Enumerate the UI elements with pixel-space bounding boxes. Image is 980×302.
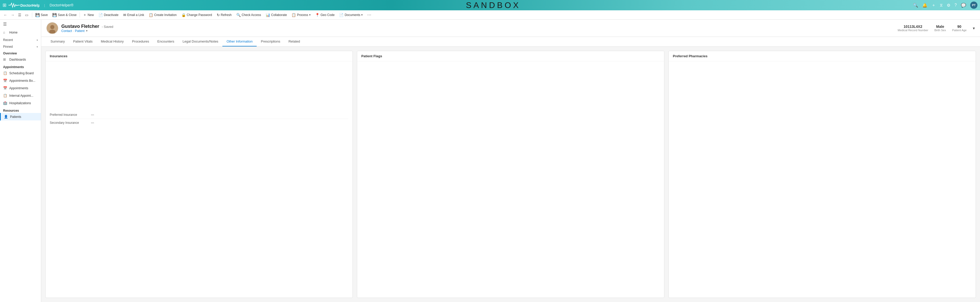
- geocode-button[interactable]: 📍 Geo Code: [313, 12, 337, 18]
- email-link-button[interactable]: ✉ Email a Link: [121, 12, 146, 18]
- patient-flags-card-title: Patient Flags: [357, 51, 664, 61]
- refresh-button[interactable]: ↻ Refresh: [215, 12, 234, 18]
- sidebar-item-hospitalizations[interactable]: 🏥 Hospitalizations: [0, 99, 41, 107]
- sidebar-item-scheduling-board[interactable]: 📋 Scheduling Board: [0, 69, 41, 77]
- secondary-insurance-label: Secondary Insurance: [50, 121, 91, 125]
- tab-prescriptions[interactable]: Prescriptions: [257, 37, 284, 46]
- tab-related[interactable]: Related: [284, 37, 304, 46]
- patient-type-chevron-icon[interactable]: ▾: [86, 29, 88, 32]
- bell-icon[interactable]: 🔔: [922, 3, 928, 8]
- patient-details: Gustavo Fletcher - Saved Contact · Patie…: [61, 24, 113, 33]
- create-invitation-button[interactable]: 📋 Create Invitation: [146, 12, 178, 18]
- plus-icon[interactable]: ＋: [932, 3, 935, 8]
- tab-patient-vitals[interactable]: Patient Vitals: [69, 37, 97, 46]
- sidebar-item-appointments[interactable]: 📅 Appointments: [0, 84, 41, 92]
- patient-age-label: Patient Age: [952, 29, 967, 32]
- sidebar-item-dashboards[interactable]: ⊞ Dashboards: [0, 56, 41, 63]
- appointments-icon: 📅: [3, 86, 7, 90]
- secondary-insurance-value: ---: [91, 121, 94, 125]
- appointments-board-icon: 📅: [3, 79, 7, 83]
- geocode-icon: 📍: [315, 13, 320, 17]
- preferred-insurance-row: Preferred Insurance ---: [50, 111, 348, 119]
- patient-header: Gustavo Fletcher - Saved Contact · Patie…: [41, 19, 980, 37]
- new-button[interactable]: ＋ New: [81, 11, 96, 18]
- patient-type-row: Contact · Patient ▾: [61, 29, 113, 33]
- sidebar-item-appointments-board[interactable]: 📅 Appointments Bo...: [0, 77, 41, 84]
- tab-legal-documents[interactable]: Legal Documents/Notes: [178, 37, 223, 46]
- birth-sex-label: Birth Sex: [934, 29, 946, 32]
- appointments-category: Appointments: [0, 63, 41, 69]
- tab-procedures[interactable]: Procedures: [128, 37, 153, 46]
- scheduling-icon: 📋: [3, 71, 7, 75]
- tab-encounters[interactable]: Encounters: [153, 37, 178, 46]
- logo-waveform: DoctorHelper®: [8, 2, 40, 9]
- patient-expand-icon[interactable]: ▾: [973, 26, 975, 31]
- secondary-insurance-row: Secondary Insurance ---: [50, 119, 348, 127]
- medical-record-item: 10113L4X2 Medical Record Number: [897, 24, 928, 32]
- settings-icon[interactable]: ⚙: [947, 3, 950, 8]
- process-button[interactable]: 📋 Process ▾: [290, 12, 312, 18]
- toolbar-sep-1: [32, 13, 32, 18]
- change-password-button[interactable]: 🔒 Change Password: [179, 12, 214, 18]
- chat-icon[interactable]: 💬: [961, 3, 966, 8]
- contact-link[interactable]: Contact: [61, 29, 72, 33]
- collaborate-button[interactable]: 📊 Collaborate: [264, 12, 289, 18]
- patient-info-right: 10113L4X2 Medical Record Number Male Bir…: [897, 24, 975, 32]
- sidebar-item-internal-appointments[interactable]: 📋 Internal Appoint...: [0, 92, 41, 99]
- more-button[interactable]: ⋯: [365, 11, 373, 18]
- save-close-button[interactable]: 💾 Save & Close: [50, 12, 79, 18]
- deactivate-button[interactable]: 📄 Deactivate: [96, 12, 121, 18]
- search-icon[interactable]: 🔍: [913, 3, 918, 8]
- insurances-card: Insurances Preferred Insurance --- Secon…: [45, 51, 353, 298]
- patient-type-link[interactable]: Patient: [75, 29, 84, 33]
- split-button[interactable]: ▭: [24, 12, 30, 18]
- save-button[interactable]: 💾 Save: [33, 12, 50, 18]
- forward-button[interactable]: →: [9, 12, 16, 18]
- preferred-pharmacies-card: Preferred Pharmacies: [668, 51, 976, 298]
- documents-button[interactable]: 📄 Documents ▾: [337, 12, 364, 18]
- toolbar: ← → ☰ ▭ 💾 Save 💾 Save & Close ＋ New 📄 De…: [0, 10, 980, 19]
- patient-name-row: Gustavo Fletcher - Saved: [61, 24, 113, 29]
- collaborate-icon: 📊: [266, 13, 270, 17]
- pinned-chevron-icon: ▾: [37, 45, 38, 48]
- app-name-label: DoctorHelper®: [49, 3, 73, 7]
- home-icon: ⌂: [3, 30, 7, 34]
- tabs-bar: Summary Patient Vitals Medical History P…: [41, 37, 980, 47]
- sidebar-toggle-button[interactable]: ☰: [0, 19, 41, 29]
- documents-chevron-icon: ▾: [361, 13, 363, 16]
- top-header: ⊞ DoctorHelper® | DoctorHelper® SANDBOX …: [0, 0, 980, 10]
- deactivate-icon: 📄: [99, 13, 103, 17]
- insurances-card-title: Insurances: [46, 51, 353, 61]
- tab-medical-history[interactable]: Medical History: [97, 37, 128, 46]
- filter-icon[interactable]: ⧖: [940, 3, 943, 8]
- user-avatar[interactable]: PT: [970, 2, 977, 9]
- overview-category: Overview: [0, 50, 41, 56]
- dashboards-icon: ⊞: [3, 58, 7, 61]
- patient-flags-card: Patient Flags: [357, 51, 664, 298]
- medical-record-label: Medical Record Number: [897, 29, 928, 32]
- sidebar-recent-header[interactable]: Recent ▾: [0, 36, 41, 43]
- sidebar-item-patients[interactable]: 👤 Patients: [0, 113, 41, 120]
- internal-appointments-icon: 📋: [3, 94, 7, 97]
- sidebar-pinned-header[interactable]: Pinned ▾: [0, 43, 41, 50]
- medical-record-number: 10113L4X2: [897, 24, 928, 29]
- tab-other-information[interactable]: Other Information: [223, 37, 257, 46]
- email-icon: ✉: [123, 13, 126, 17]
- preferred-insurance-value: ---: [91, 113, 94, 117]
- sidebar-item-home[interactable]: ⌂ Home: [0, 29, 41, 36]
- birth-sex-value: Male: [934, 24, 946, 29]
- back-button[interactable]: ←: [2, 12, 9, 18]
- refresh-icon: ↻: [217, 13, 220, 17]
- info-button[interactable]: ☰: [16, 12, 23, 18]
- insurances-empty-area: [50, 64, 348, 111]
- patient-name: Gustavo Fletcher: [61, 24, 99, 29]
- tab-summary[interactable]: Summary: [46, 37, 69, 46]
- patient-saved-status: - Saved: [102, 25, 113, 29]
- grid-menu-icon[interactable]: ⊞: [3, 2, 6, 8]
- check-access-button[interactable]: 🔍 Check Access: [234, 12, 263, 18]
- patients-icon: 👤: [4, 115, 8, 119]
- patient-flags-card-body: [357, 61, 664, 297]
- check-access-icon: 🔍: [236, 13, 241, 17]
- help-icon[interactable]: ?: [955, 3, 957, 8]
- logo-area: DoctorHelper®: [8, 2, 40, 9]
